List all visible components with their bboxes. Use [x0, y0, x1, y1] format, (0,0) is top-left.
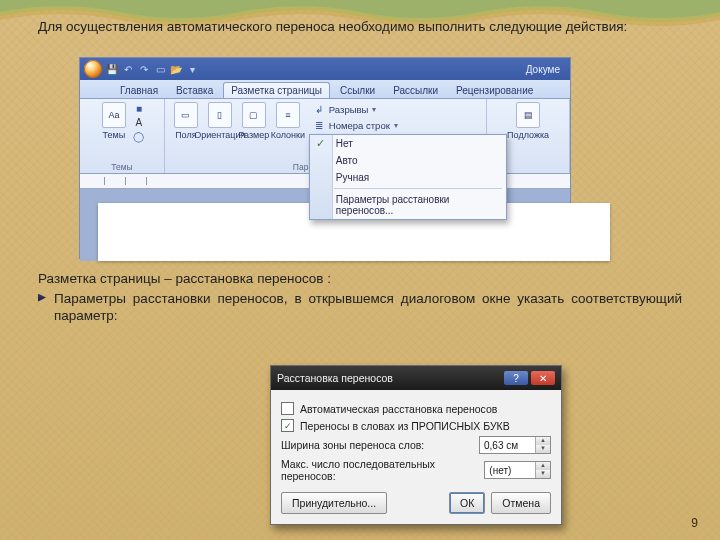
hyphenation-dropdown: ✓ Нет Авто Ручная Параметры расстановки … — [309, 134, 507, 220]
qat-save-icon[interactable]: 💾 — [106, 63, 118, 75]
page-number: 9 — [691, 516, 698, 530]
office-button-icon[interactable] — [84, 60, 102, 78]
qat-caret-icon[interactable]: ▾ — [186, 63, 198, 75]
line-numbers-label: Номера строк — [329, 120, 390, 131]
word-titlebar: 💾 ↶ ↷ ▭ 📂 ▾ Докуме — [80, 58, 570, 80]
ribbon-group-themes: Aa Темы ■ A ◯ Темы — [80, 99, 165, 173]
watermark-button[interactable]: ▤ Подложка — [513, 102, 543, 140]
dd-item-auto-label: Авто — [336, 155, 358, 166]
chk-caps-label: Переносы в словах из ПРОПИСНЫХ БУКВ — [300, 420, 510, 432]
qat-undo-icon[interactable]: ↶ — [122, 63, 134, 75]
checkbox-icon — [281, 402, 294, 415]
ok-button[interactable]: ОК — [449, 492, 485, 514]
orientation-button[interactable]: ▯ Ориентация — [205, 102, 235, 140]
dd-item-options[interactable]: Параметры расстановки переносов... — [310, 191, 506, 219]
intro-text-content: Для осуществления автоматического перено… — [38, 19, 627, 34]
tab-review[interactable]: Рецензирование — [448, 82, 541, 98]
breaks-icon: ↲ — [313, 103, 325, 115]
hyphenation-dialog: Расстановка переносов ? ✕ Автоматическая… — [270, 365, 562, 525]
zone-width-value: 0,63 см — [480, 440, 535, 451]
dialog-body: Автоматическая расстановка переносов ✓ П… — [271, 390, 561, 524]
size-icon: ▢ — [242, 102, 266, 128]
themes-label: Темы — [103, 130, 126, 140]
mid-text: Разметка страницы – расстановка переносо… — [38, 270, 682, 325]
dd-item-auto[interactable]: Авто — [310, 152, 506, 169]
zone-width-label: Ширина зоны переноса слов: — [281, 439, 424, 451]
columns-button[interactable]: ≡ Колонки — [273, 102, 303, 140]
caret-icon: ▾ — [394, 121, 398, 130]
watermark-label: Подложка — [507, 130, 549, 140]
max-consec-input[interactable]: (нет) ▲▼ — [484, 461, 551, 479]
tab-page-layout[interactable]: Разметка страницы — [223, 82, 330, 98]
dd-item-manual[interactable]: Ручная — [310, 169, 506, 186]
window-title: Докуме — [526, 64, 566, 75]
qat-open-icon[interactable]: 📂 — [170, 63, 182, 75]
zone-width-input[interactable]: 0,63 см ▲▼ — [479, 436, 551, 454]
spinner-down-icon[interactable]: ▼ — [536, 470, 550, 478]
theme-colors-icon[interactable]: ■ — [133, 102, 145, 114]
checkbox-icon: ✓ — [281, 419, 294, 432]
chk-auto[interactable]: Автоматическая расстановка переносов — [281, 402, 497, 415]
dd-item-options-label: Параметры расстановки переносов... — [336, 194, 500, 216]
ribbon-group-page-setup: ▭ Поля ▯ Ориентация ▢ Размер ≡ Колонки — [165, 99, 487, 173]
size-label: Размер — [238, 130, 269, 140]
breaks-button[interactable]: ↲ Разрывы ▾ — [309, 102, 448, 116]
qat-redo-icon[interactable]: ↷ — [138, 63, 150, 75]
cancel-button[interactable]: Отмена — [491, 492, 551, 514]
line-numbers-button[interactable]: ≣ Номера строк ▾ — [309, 118, 448, 132]
margins-icon: ▭ — [174, 102, 198, 128]
mid-line1: Разметка страницы – расстановка переносо… — [38, 271, 331, 286]
themes-icon: Aa — [102, 102, 126, 128]
cancel-button-label: Отмена — [502, 497, 540, 509]
tab-mailings[interactable]: Рассылки — [385, 82, 446, 98]
columns-icon: ≡ — [276, 102, 300, 128]
watermark-icon: ▤ — [516, 102, 540, 128]
theme-fonts-icon[interactable]: A — [133, 116, 145, 128]
dialog-title: Расстановка переносов — [277, 372, 393, 384]
theme-effects-icon[interactable]: ◯ — [133, 130, 145, 142]
bullet-icon — [38, 294, 46, 302]
dialog-help-button[interactable]: ? — [504, 371, 528, 385]
caret-icon: ▾ — [372, 105, 376, 114]
orientation-icon: ▯ — [208, 102, 232, 128]
dd-item-off-label: Нет — [336, 138, 353, 149]
themes-group-label: Темы — [111, 161, 132, 172]
word-screenshot: 💾 ↶ ↷ ▭ 📂 ▾ Докуме Главная Вставка Разме… — [80, 58, 570, 258]
spinner-down-icon[interactable]: ▼ — [536, 445, 550, 453]
chk-caps[interactable]: ✓ Переносы в словах из ПРОПИСНЫХ БУКВ — [281, 419, 510, 432]
dd-item-manual-label: Ручная — [336, 172, 369, 183]
ribbon-tabs: Главная Вставка Разметка страницы Ссылки… — [80, 80, 570, 99]
max-consec-label: Макс. число последовательных переносов: — [281, 458, 476, 482]
mid-bullet-text: Параметры расстановки переносов, в откры… — [54, 291, 682, 324]
check-icon: ✓ — [316, 137, 325, 150]
dialog-close-button[interactable]: ✕ — [531, 371, 555, 385]
force-button-label: Принудительно... — [292, 497, 376, 509]
qat-new-icon[interactable]: ▭ — [154, 63, 166, 75]
columns-label: Колонки — [271, 130, 305, 140]
themes-button[interactable]: Aa Темы — [99, 102, 129, 140]
tab-insert[interactable]: Вставка — [168, 82, 221, 98]
chk-auto-label: Автоматическая расстановка переносов — [300, 403, 497, 415]
line-numbers-icon: ≣ — [313, 119, 325, 131]
dd-item-off[interactable]: ✓ Нет — [310, 135, 506, 152]
spinner-up-icon[interactable]: ▲ — [536, 462, 550, 470]
max-consec-value: (нет) — [485, 465, 535, 476]
spinner-up-icon[interactable]: ▲ — [536, 437, 550, 445]
breaks-label: Разрывы — [329, 104, 369, 115]
tab-references[interactable]: Ссылки — [332, 82, 383, 98]
tab-home[interactable]: Главная — [112, 82, 166, 98]
force-button[interactable]: Принудительно... — [281, 492, 387, 514]
ribbon-body: Aa Темы ■ A ◯ Темы ▭ Поля ▯ Ор — [80, 99, 570, 174]
size-button[interactable]: ▢ Размер — [239, 102, 269, 140]
ok-button-label: ОК — [460, 497, 474, 509]
dialog-titlebar: Расстановка переносов ? ✕ — [271, 366, 561, 390]
intro-text: Для осуществления автоматического перено… — [38, 18, 682, 36]
